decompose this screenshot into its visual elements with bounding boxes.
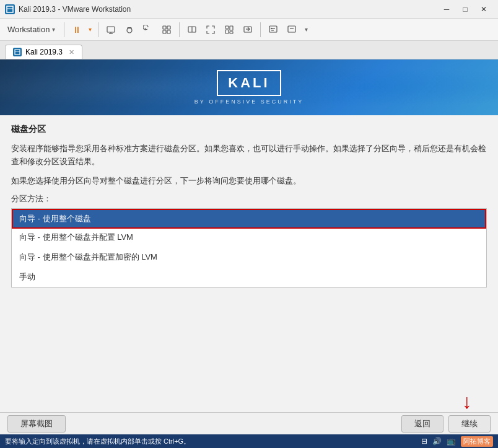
main-window: Kali 2019.3 - VMware Workstation ─ □ ✕ W… <box>0 0 498 448</box>
svg-rect-21 <box>288 26 295 32</box>
installer-content: 磁盘分区 安装程序能够指导您采用各种标准方案进行磁盘分区。如果您喜欢，也可以进行… <box>0 115 498 412</box>
view-dropdown-arrow-button[interactable]: ▾ <box>302 21 310 38</box>
partition-method-label-1: 向导 - 使用整个磁盘 <box>19 214 91 223</box>
console-view-button[interactable] <box>264 21 282 38</box>
workstation-label: Workstation <box>7 25 50 34</box>
tab-bar: Kali 2019.3 ✕ <box>0 41 498 59</box>
status-icon-2: 🔊 <box>432 437 442 446</box>
pause-dropdown-button[interactable]: ▾ <box>85 21 94 38</box>
title-bar: Kali 2019.3 - VMware Workstation ─ □ ✕ <box>0 0 498 19</box>
view-dropdown-button[interactable] <box>283 21 300 38</box>
minimize-button[interactable]: ─ <box>437 3 456 15</box>
fit-window-button[interactable] <box>183 21 201 38</box>
kali-subtitle: BY OFFENSIVE SECURITY <box>194 99 304 105</box>
title-bar-left: Kali 2019.3 - VMware Workstation <box>5 4 131 14</box>
vm-tab[interactable]: Kali 2019.3 ✕ <box>5 45 82 59</box>
app-icon <box>5 4 15 14</box>
status-hint: 要将输入定向到该虚拟机，请在虚拟机内部单击或按 Ctrl+G。 <box>5 437 190 446</box>
continue-button[interactable]: 继续 <box>448 415 491 433</box>
svg-rect-14 <box>225 30 229 33</box>
svg-rect-8 <box>163 30 166 33</box>
send-ctrl-alt-del-button[interactable] <box>102 21 120 38</box>
vm-content: KALI BY OFFENSIVE SECURITY 磁盘分区 安装程序能够指导… <box>0 59 498 434</box>
kali-logo: KALI BY OFFENSIVE SECURITY <box>194 70 304 105</box>
title-controls: ─ □ ✕ <box>437 3 493 15</box>
pause-button[interactable]: ⏸ <box>68 21 85 38</box>
description-para2: 如果您选择使用分区向导对整个磁盘进行分区，下一步将询问您要使用哪个磁盘。 <box>11 175 487 188</box>
fullscreen-button[interactable] <box>202 21 219 38</box>
status-icon-4: 阿拓博客 <box>461 436 493 447</box>
svg-rect-12 <box>225 26 229 29</box>
svg-rect-18 <box>269 26 277 32</box>
screenshot-button[interactable]: 屏幕截图 <box>7 415 66 433</box>
toolbar-divider-3 <box>179 22 180 37</box>
kali-banner: KALI BY OFFENSIVE SECURITY <box>0 59 498 115</box>
method-label: 分区方法： <box>11 193 487 204</box>
status-icon-1: ⊟ <box>421 437 427 446</box>
snapshot-manager-button[interactable] <box>158 21 175 38</box>
kali-title: KALI <box>217 70 281 96</box>
list-item[interactable]: 向导 - 使用整个磁盘并配置加密的 LVM <box>12 247 486 267</box>
partition-method-label-4: 手动 <box>19 272 35 281</box>
close-button[interactable]: ✕ <box>474 3 493 15</box>
autofit-button[interactable] <box>239 21 256 38</box>
svg-rect-15 <box>230 32 233 33</box>
list-item[interactable]: 向导 - 使用整个磁盘并配置 LVM <box>12 229 486 247</box>
toolbar-divider-4 <box>260 22 261 37</box>
workstation-menu[interactable]: Workstation ▾ <box>2 22 60 37</box>
revert-button[interactable] <box>139 21 157 38</box>
list-item[interactable]: 向导 - 使用整个磁盘 <box>12 209 486 229</box>
svg-rect-0 <box>7 6 13 12</box>
svg-point-5 <box>127 28 132 33</box>
workstation-dropdown-icon: ▾ <box>52 26 55 33</box>
status-bar: 要将输入定向到该虚拟机，请在虚拟机内部单击或按 Ctrl+G。 ⊟ 🔊 📺 阿拓… <box>0 434 498 448</box>
toolbar-divider-1 <box>64 22 64 37</box>
list-item[interactable]: 手动 <box>12 267 486 287</box>
toolbar-divider-2 <box>98 22 98 37</box>
svg-rect-2 <box>107 27 115 32</box>
tab-close-button[interactable]: ✕ <box>69 48 74 56</box>
bottom-bar: 屏幕截图 返回 继续 <box>0 412 498 434</box>
title-text: Kali 2019.3 - VMware Workstation <box>19 5 131 14</box>
navigation-buttons: 返回 继续 <box>401 415 491 433</box>
svg-rect-9 <box>167 30 170 33</box>
svg-rect-23 <box>15 50 20 55</box>
partition-method-label-2: 向导 - 使用整个磁盘并配置 LVM <box>19 232 133 242</box>
tab-vm-icon <box>13 48 22 56</box>
status-icon-3: 📺 <box>447 437 456 446</box>
partition-method-label-3: 向导 - 使用整个磁盘并配置加密的 LVM <box>19 252 157 261</box>
tab-label: Kali 2019.3 <box>25 48 63 56</box>
snapshot-button[interactable] <box>121 21 138 38</box>
partition-method-list: 向导 - 使用整个磁盘 向导 - 使用整个磁盘并配置 LVM 向导 - 使用整个… <box>11 208 487 288</box>
back-button[interactable]: 返回 <box>401 415 443 433</box>
unity-button[interactable] <box>221 21 238 38</box>
svg-rect-7 <box>167 26 170 29</box>
section-title: 磁盘分区 <box>11 124 487 135</box>
description-para1: 安装程序能够指导您采用各种标准方案进行磁盘分区。如果您喜欢，也可以进行手动操作。… <box>11 143 487 169</box>
pause-group: ⏸ ▾ <box>68 21 94 38</box>
maximize-button[interactable]: □ <box>456 3 474 15</box>
menu-bar: Workstation ▾ ⏸ ▾ <box>0 19 498 41</box>
svg-rect-13 <box>230 26 233 30</box>
status-icons: ⊟ 🔊 📺 阿拓博客 <box>421 436 493 447</box>
svg-rect-6 <box>163 26 166 29</box>
